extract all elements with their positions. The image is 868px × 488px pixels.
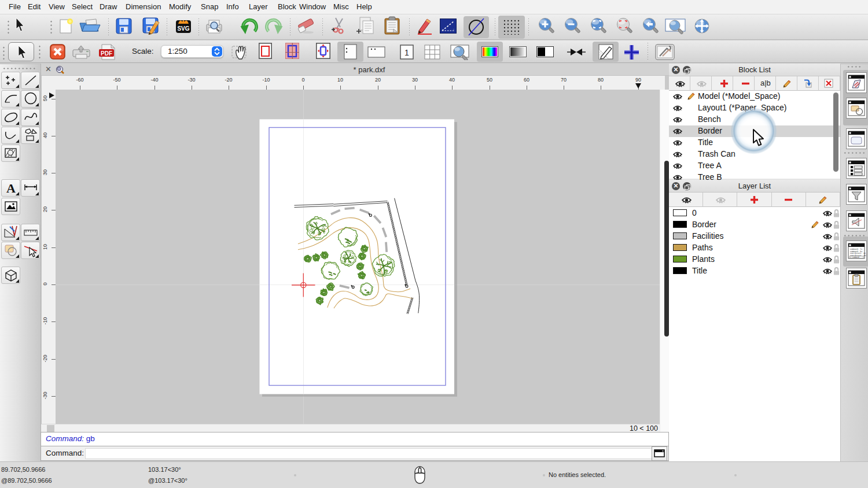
svg-text:1: 1: [404, 48, 409, 57]
svg-text:c command: c command: [851, 256, 859, 258]
svg-text:SVG: SVG: [177, 25, 189, 32]
svg-text:A: A: [6, 181, 16, 195]
svg-text:PDF: PDF: [101, 50, 112, 57]
